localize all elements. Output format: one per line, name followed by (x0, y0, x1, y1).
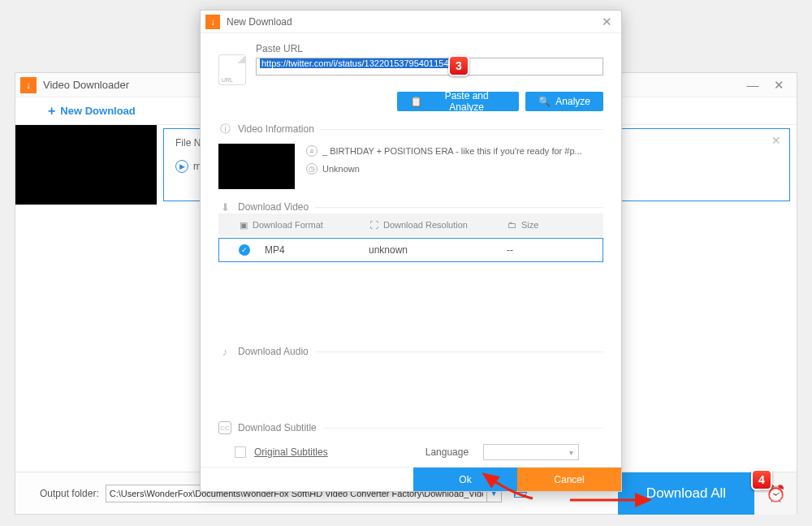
row-size: -- (507, 244, 583, 256)
paste-and-analyze-button[interactable]: 📋 Paste and Analyze (397, 92, 519, 111)
format-icon: ▶ (175, 160, 188, 173)
language-select[interactable]: ▾ (483, 444, 579, 460)
ok-button[interactable]: Ok (413, 468, 517, 491)
video-title: _ BIRTHDAY + POSITIONS ERA - like this i… (322, 146, 582, 156)
col-size-icon: 🗀 (508, 220, 516, 230)
audio-icon: ♪ (218, 345, 231, 358)
output-folder-label: Output folder: (40, 488, 99, 499)
format-option-row[interactable]: ✓ MP4 unknown -- (218, 238, 603, 262)
dialog-footer: Ok Cancel (201, 467, 621, 491)
dialog-logo-icon: ↓ (205, 15, 220, 29)
cancel-button[interactable]: Cancel (517, 468, 621, 491)
plus-icon: + (48, 104, 55, 119)
new-download-label: New Download (60, 105, 135, 117)
callout-3: 3 (448, 55, 469, 76)
language-label: Language (425, 446, 469, 458)
download-all-button[interactable]: Download All (618, 472, 754, 515)
download-audio-label: Download Audio (238, 346, 309, 357)
new-download-button[interactable]: + New Download (48, 104, 136, 119)
search-icon: 🔍 (538, 96, 551, 107)
paste-url-label: Paste URL (256, 43, 603, 54)
minimize-button[interactable]: — (740, 75, 766, 95)
dialog-titlebar: ↓ New Download ✕ (201, 11, 621, 33)
item-thumbnail (15, 125, 157, 205)
dialog-title: New Download (227, 16, 597, 28)
clipboard-search-icon: 📋 (410, 96, 422, 107)
video-thumbnail (218, 144, 295, 189)
col-format-icon: ▣ (240, 220, 248, 231)
app-logo-icon: ↓ (20, 77, 37, 93)
dialog-body: URL Paste URL https://twitter.com/i/stat… (201, 33, 621, 467)
video-duration: Unknown (322, 164, 360, 174)
dialog-close-button[interactable]: ✕ (597, 15, 616, 29)
selected-check-icon: ✓ (239, 244, 250, 256)
col-resolution-icon: ⛶ (369, 220, 378, 230)
row-format: MP4 (265, 244, 369, 256)
title-icon: ≡ (306, 145, 317, 157)
download-video-icon: ⬇ (218, 200, 231, 213)
remove-item-button[interactable]: ✕ (771, 134, 781, 147)
video-information-label: Video Information (238, 123, 314, 135)
cc-icon: CC (218, 421, 231, 434)
analyze-button[interactable]: 🔍 Analyze (525, 92, 603, 111)
url-input[interactable]: https://twitter.com/i/status/13220153795… (256, 58, 603, 75)
info-icon: ⓘ (218, 123, 231, 136)
original-subtitles-checkbox[interactable] (235, 446, 246, 458)
new-download-dialog: ↓ New Download ✕ URL Paste URL https://t… (200, 10, 622, 492)
callout-4: 4 (751, 469, 772, 490)
url-file-icon: URL (218, 54, 246, 85)
download-subtitle-label: Download Subtitle (238, 422, 317, 433)
original-subtitles-label: Original Subtitles (254, 446, 328, 458)
format-table-header: ▣Download Format ⛶Download Resolution 🗀S… (218, 213, 603, 236)
download-video-label: Download Video (238, 201, 309, 213)
row-resolution: unknown (369, 244, 507, 256)
close-button[interactable]: ✕ (766, 75, 792, 95)
clock-icon: ◷ (306, 163, 317, 175)
